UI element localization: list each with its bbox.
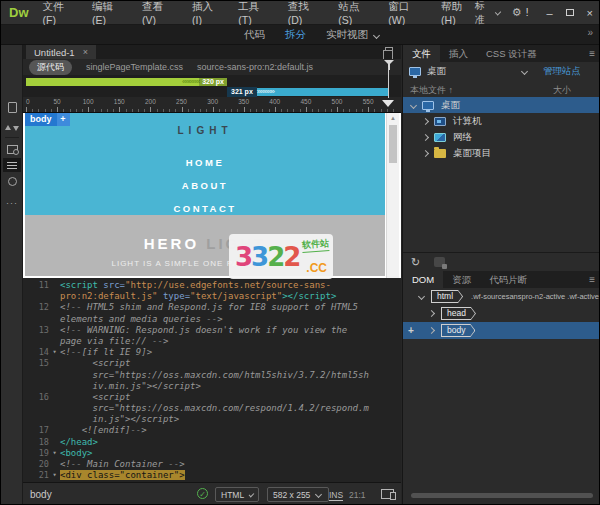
site-select[interactable]: 桌面 (403, 65, 531, 78)
dom-horizontal-scrollbar[interactable] (411, 493, 593, 498)
doctype-select[interactable]: HTML (215, 487, 259, 502)
panel-tab-css-designer[interactable]: CSS 设计器 (477, 45, 546, 62)
maximize-button[interactable] (566, 9, 574, 16)
close-button[interactable]: × (587, 8, 593, 18)
file-tree-row[interactable]: 计算机 (403, 113, 600, 129)
viewport-scrubber-handle[interactable] (382, 100, 394, 107)
panel-tab-assets[interactable]: 资源 (443, 271, 480, 288)
panel-menu-icon[interactable]: ≡ (589, 274, 595, 285)
local-files-column[interactable]: 本地文件 ↑ (410, 84, 453, 97)
design-nav-link[interactable]: HOME (25, 157, 385, 168)
code-line[interactable]: 21<div class="container"> (23, 470, 401, 481)
chevron-right-icon[interactable] (428, 310, 435, 317)
code-line[interactable]: 17 <![endif]--> (23, 425, 401, 436)
design-nav-link[interactable]: ABOUT (25, 180, 385, 191)
code-line[interactable]: 14<!--[if lt IE 9]> (23, 347, 401, 358)
menu-item[interactable]: 文件(F) (43, 0, 75, 26)
fold-arrow-icon[interactable] (49, 347, 60, 358)
menu-item[interactable]: 帮助(H) (441, 0, 475, 26)
design-nav-link[interactable]: CONTACT (25, 203, 385, 214)
menu-item[interactable]: 窗口(W) (388, 0, 424, 26)
design-scrollbar-thumb[interactable] (389, 125, 397, 163)
fold-arrow-icon[interactable] (49, 448, 60, 459)
add-element-icon[interactable]: + (57, 113, 70, 126)
chevron-right-icon[interactable] (428, 327, 435, 334)
close-tab-icon[interactable]: × (83, 47, 88, 57)
dom-tree-row[interactable]: head (403, 305, 600, 322)
open-documents-icon[interactable] (1, 99, 23, 115)
gear-icon[interactable]: ⚙ (512, 6, 522, 19)
code-line[interactable]: 12<!-- HTML5 shim and Respond.js for IE8… (23, 302, 401, 313)
media-query-bar-320[interactable]: ««««« 320 px (26, 78, 227, 86)
file-tree-row[interactable]: 桌面 (403, 97, 600, 113)
device-preview-icon[interactable] (381, 489, 394, 499)
file-tree-row[interactable]: 网络 (403, 129, 600, 145)
scroll-up-icon[interactable]: ▲ (390, 115, 396, 121)
code-line[interactable]: pro:n2:default.js" type="text/javascript… (23, 291, 401, 302)
add-element-icon[interactable]: + (408, 325, 414, 336)
collapse-panels-icon[interactable]: » (587, 27, 593, 38)
document-tab[interactable]: Untitled-1 × (26, 45, 96, 59)
panel-menu-icon[interactable]: ≡ (589, 48, 595, 59)
insert-mode-indicator[interactable]: INS (329, 490, 343, 501)
view-mode-split[interactable]: 拆分 (285, 28, 306, 42)
notification-badge[interactable]: ! (526, 7, 529, 18)
code-line[interactable]: in.js"></script> (23, 414, 401, 425)
panel-tab-dom[interactable]: DOM (403, 271, 443, 288)
code-line[interactable]: 15 <script (23, 358, 401, 369)
code-line[interactable]: iv.min.js"></script> (23, 381, 401, 392)
code-line[interactable]: 19<body> (23, 448, 401, 459)
file-tree-row[interactable]: 桌面项目 (403, 145, 600, 161)
related-file-tab[interactable]: 源代码 (29, 60, 72, 75)
menu-item[interactable]: 查看(V) (142, 0, 175, 26)
code-line[interactable]: src="https://oss.maxcdn.com/respond/1.4.… (23, 403, 401, 414)
sync-icon[interactable] (434, 257, 445, 267)
view-mode-live[interactable]: 实时视图 (326, 28, 379, 42)
design-scrollbar[interactable]: ▲ (386, 113, 399, 278)
menu-item[interactable]: 编辑(E) (92, 0, 125, 26)
panel-tab-snippets[interactable]: 代码片断 (480, 271, 536, 288)
manage-sites-link[interactable]: 管理站点 (543, 65, 581, 78)
refresh-icon[interactable]: ↻ (411, 256, 420, 269)
workspace-switcher[interactable]: 标准 (475, 0, 500, 27)
more-options-icon[interactable]: ··· (1, 195, 23, 211)
chevron-right-icon[interactable] (422, 117, 429, 124)
dom-tree-row[interactable]: +body (403, 322, 600, 339)
file-transfer-icon[interactable] (1, 119, 23, 135)
design-view[interactable]: LIGHT HOMEABOUTCONTACT HERO LIGHT LIGHT … (23, 113, 401, 278)
document-stack-icon[interactable] (385, 47, 393, 55)
view-mode-code[interactable]: 代码 (244, 28, 265, 42)
chevron-right-icon[interactable] (422, 133, 429, 140)
code-view[interactable]: 11<script src="http://use.edgefonts.net/… (23, 278, 401, 482)
code-line[interactable]: 20<!-- Main Container --> (23, 459, 401, 470)
panel-tab-insert[interactable]: 插入 (440, 45, 477, 62)
code-line[interactable]: src="https://oss.maxcdn.com/html5shiv/3.… (23, 370, 401, 381)
coding-helper-icon[interactable] (1, 173, 23, 189)
panel-tab-files[interactable]: 文件 (403, 45, 440, 62)
code-line[interactable]: 13<!-- WARNING: Respond.js doesn't work … (23, 325, 401, 336)
code-line[interactable]: page via file:// --> (23, 336, 401, 347)
format-source-icon[interactable] (1, 157, 23, 173)
code-line[interactable]: elements and media queries --> (23, 314, 401, 325)
live-inspect-icon[interactable] (1, 141, 23, 157)
menu-item[interactable]: 站点(S) (338, 0, 371, 26)
fold-arrow-icon[interactable] (49, 470, 60, 481)
minimize-button[interactable]: – (546, 8, 552, 18)
dom-tree-row[interactable]: html.wf-sourcesanspro-n2-active .wf-acti… (403, 288, 600, 305)
chevron-down-icon[interactable] (418, 293, 425, 300)
menu-item[interactable]: 工具(T) (238, 0, 270, 26)
size-column[interactable]: 大小 (553, 84, 571, 97)
window-size-select[interactable]: 582 x 255 (267, 487, 329, 502)
menu-item[interactable]: 插入(I) (192, 0, 221, 26)
related-file-tab[interactable]: source-sans-pro:n2:default.js (197, 62, 313, 72)
media-query-filter-icon[interactable] (384, 60, 394, 65)
code-line[interactable]: 11<script src="http://use.edgefonts.net/… (23, 280, 401, 291)
code-line[interactable]: 16 <script (23, 392, 401, 403)
related-file-tab[interactable]: singlePageTemplate.css (86, 62, 183, 72)
menu-item[interactable]: 查找(D) (288, 0, 322, 26)
code-line[interactable]: 18</head> (23, 437, 401, 448)
chevron-down-icon[interactable] (410, 101, 417, 108)
body-tag-badge[interactable]: body + (25, 113, 70, 126)
media-query-bar-321[interactable]: 321 px »»»»» (227, 88, 389, 96)
chevron-right-icon[interactable] (422, 149, 429, 156)
